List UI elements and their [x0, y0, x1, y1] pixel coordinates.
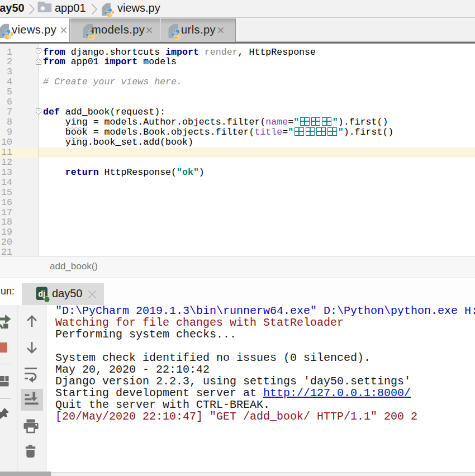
svg-text:dj: dj: [38, 289, 45, 298]
